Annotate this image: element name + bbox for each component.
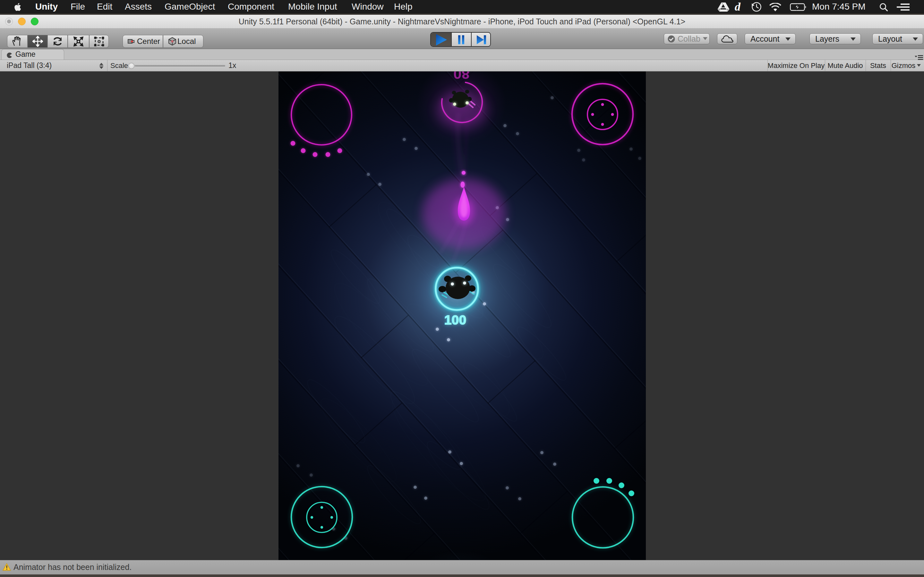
svg-text:100: 100 — [444, 313, 466, 327]
svg-text:80: 80 — [453, 71, 470, 82]
